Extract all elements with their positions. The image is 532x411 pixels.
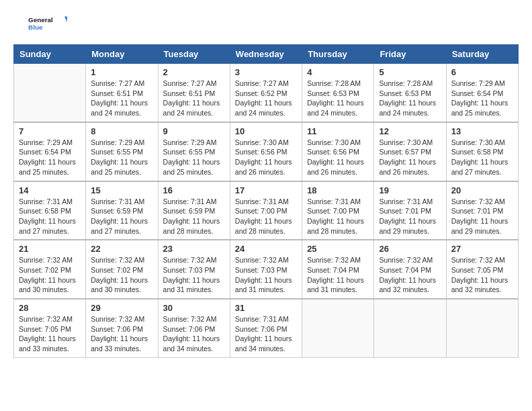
day-info: Sunrise: 7:30 AMSunset: 6:57 PMDaylight:… [379, 138, 441, 177]
sunrise-text: Sunrise: 7:30 AM [307, 138, 361, 146]
day-info: Sunrise: 7:32 AMSunset: 7:05 PMDaylight:… [451, 255, 513, 295]
day-number: 15 [91, 185, 152, 195]
sunset-text: Sunset: 7:02 PM [91, 266, 143, 274]
weekday-header-row: SundayMondayTuesdayWednesdayThursdayFrid… [14, 45, 519, 64]
sunset-text: Sunset: 7:02 PM [19, 266, 71, 274]
calendar-cell: 30Sunrise: 7:32 AMSunset: 7:06 PMDayligh… [158, 299, 230, 357]
calendar-cell: 12Sunrise: 7:30 AMSunset: 6:57 PMDayligh… [374, 122, 446, 181]
weekday-header-thursday: Thursday [302, 45, 374, 64]
day-number: 3 [235, 67, 297, 77]
day-number: 29 [91, 303, 152, 313]
day-number: 14 [19, 185, 81, 195]
calendar-cell: 16Sunrise: 7:31 AMSunset: 6:59 PMDayligh… [158, 181, 230, 240]
sunrise-text: Sunrise: 7:28 AM [307, 79, 361, 87]
day-info: Sunrise: 7:29 AMSunset: 6:55 PMDaylight:… [91, 138, 152, 177]
sunset-text: Sunset: 6:55 PM [91, 148, 143, 156]
calendar-cell [446, 299, 518, 357]
day-number: 2 [163, 67, 225, 77]
sunrise-text: Sunrise: 7:32 AM [235, 256, 289, 264]
day-info: Sunrise: 7:31 AMSunset: 7:00 PMDaylight:… [307, 197, 369, 236]
day-info: Sunrise: 7:32 AMSunset: 7:02 PMDaylight:… [91, 255, 152, 295]
daylight-text: Daylight: 11 hours and 24 minutes. [91, 99, 148, 117]
weekday-header-friday: Friday [374, 45, 446, 64]
daylight-text: Daylight: 11 hours and 32 minutes. [379, 276, 436, 294]
sunset-text: Sunset: 7:06 PM [91, 325, 143, 333]
sunset-text: Sunset: 6:56 PM [307, 148, 359, 156]
daylight-text: Daylight: 11 hours and 30 minutes. [19, 276, 76, 294]
daylight-text: Daylight: 11 hours and 27 minutes. [451, 158, 508, 176]
day-info: Sunrise: 7:31 AMSunset: 7:06 PMDaylight:… [235, 314, 297, 354]
sunset-text: Sunset: 6:53 PM [379, 89, 431, 97]
sunrise-text: Sunrise: 7:32 AM [163, 256, 217, 264]
daylight-text: Daylight: 11 hours and 25 minutes. [163, 158, 220, 176]
sunset-text: Sunset: 7:04 PM [379, 266, 431, 274]
day-number: 13 [451, 126, 513, 136]
sunrise-text: Sunrise: 7:30 AM [235, 138, 289, 146]
day-info: Sunrise: 7:28 AMSunset: 6:53 PMDaylight:… [307, 79, 369, 118]
sunrise-text: Sunrise: 7:28 AM [379, 79, 433, 87]
daylight-text: Daylight: 11 hours and 34 minutes. [163, 334, 220, 353]
daylight-text: Daylight: 11 hours and 24 minutes. [163, 99, 220, 117]
daylight-text: Daylight: 11 hours and 28 minutes. [307, 217, 364, 235]
sunset-text: Sunset: 6:58 PM [451, 148, 504, 156]
sunset-text: Sunset: 7:04 PM [307, 266, 359, 274]
daylight-text: Daylight: 11 hours and 25 minutes. [19, 158, 76, 176]
weekday-header-tuesday: Tuesday [158, 45, 230, 64]
sunset-text: Sunset: 7:06 PM [163, 325, 216, 333]
weekday-header-wednesday: Wednesday [230, 45, 302, 64]
sunrise-text: Sunrise: 7:29 AM [451, 79, 505, 87]
day-info: Sunrise: 7:27 AMSunset: 6:51 PMDaylight:… [163, 79, 225, 118]
calendar-cell: 10Sunrise: 7:30 AMSunset: 6:56 PMDayligh… [230, 122, 302, 181]
day-info: Sunrise: 7:32 AMSunset: 7:04 PMDaylight:… [379, 255, 441, 295]
sunset-text: Sunset: 6:54 PM [19, 148, 71, 156]
sunrise-text: Sunrise: 7:30 AM [379, 138, 433, 146]
weekday-header-monday: Monday [86, 45, 158, 64]
day-number: 24 [235, 244, 297, 254]
calendar-cell: 15Sunrise: 7:31 AMSunset: 6:59 PMDayligh… [86, 181, 158, 240]
day-number: 25 [307, 244, 369, 254]
daylight-text: Daylight: 11 hours and 27 minutes. [91, 217, 148, 235]
day-info: Sunrise: 7:32 AMSunset: 7:06 PMDaylight:… [91, 314, 152, 354]
sunset-text: Sunset: 6:59 PM [91, 207, 143, 215]
day-number: 6 [451, 67, 513, 77]
svg-text:General: General [28, 16, 53, 24]
calendar-cell: 3Sunrise: 7:27 AMSunset: 6:52 PMDaylight… [230, 64, 302, 122]
sunset-text: Sunset: 6:53 PM [307, 89, 359, 97]
sunset-text: Sunset: 6:57 PM [379, 148, 431, 156]
day-number: 5 [379, 67, 441, 77]
calendar-cell: 13Sunrise: 7:30 AMSunset: 6:58 PMDayligh… [446, 122, 518, 181]
sunrise-text: Sunrise: 7:31 AM [163, 197, 217, 205]
day-info: Sunrise: 7:32 AMSunset: 7:01 PMDaylight:… [451, 197, 513, 236]
daylight-text: Daylight: 11 hours and 28 minutes. [235, 217, 292, 235]
day-number: 27 [451, 244, 513, 254]
sunset-text: Sunset: 7:03 PM [235, 266, 287, 274]
day-number: 9 [163, 126, 225, 136]
sunrise-text: Sunrise: 7:32 AM [19, 256, 73, 264]
calendar-cell: 28Sunrise: 7:32 AMSunset: 7:05 PMDayligh… [14, 299, 86, 357]
sunrise-text: Sunrise: 7:29 AM [163, 138, 217, 146]
day-info: Sunrise: 7:32 AMSunset: 7:02 PMDaylight:… [19, 255, 81, 295]
sunrise-text: Sunrise: 7:29 AM [91, 138, 144, 146]
svg-text:Blue: Blue [28, 24, 43, 31]
weekday-header-sunday: Sunday [14, 45, 86, 64]
weekday-header-saturday: Saturday [446, 45, 518, 64]
day-info: Sunrise: 7:32 AMSunset: 7:03 PMDaylight:… [235, 255, 297, 295]
sunrise-text: Sunrise: 7:31 AM [19, 197, 73, 205]
day-info: Sunrise: 7:30 AMSunset: 6:56 PMDaylight:… [307, 138, 369, 177]
svg-marker-2 [64, 17, 67, 25]
daylight-text: Daylight: 11 hours and 33 minutes. [19, 334, 76, 353]
sunset-text: Sunset: 6:52 PM [235, 89, 287, 97]
calendar-cell: 6Sunrise: 7:29 AMSunset: 6:54 PMDaylight… [446, 64, 518, 122]
daylight-text: Daylight: 11 hours and 31 minutes. [307, 276, 364, 294]
week-row-1: 1Sunrise: 7:27 AMSunset: 6:51 PMDaylight… [14, 64, 519, 122]
sunset-text: Sunset: 6:51 PM [163, 89, 216, 97]
week-row-5: 28Sunrise: 7:32 AMSunset: 7:05 PMDayligh… [14, 299, 519, 357]
sunrise-text: Sunrise: 7:32 AM [379, 256, 433, 264]
daylight-text: Daylight: 11 hours and 26 minutes. [235, 158, 292, 176]
calendar-cell: 21Sunrise: 7:32 AMSunset: 7:02 PMDayligh… [14, 240, 86, 299]
day-number: 4 [307, 67, 369, 77]
daylight-text: Daylight: 11 hours and 26 minutes. [307, 158, 364, 176]
day-number: 26 [379, 244, 441, 254]
calendar-cell: 17Sunrise: 7:31 AMSunset: 7:00 PMDayligh… [230, 181, 302, 240]
calendar-cell: 23Sunrise: 7:32 AMSunset: 7:03 PMDayligh… [158, 240, 230, 299]
